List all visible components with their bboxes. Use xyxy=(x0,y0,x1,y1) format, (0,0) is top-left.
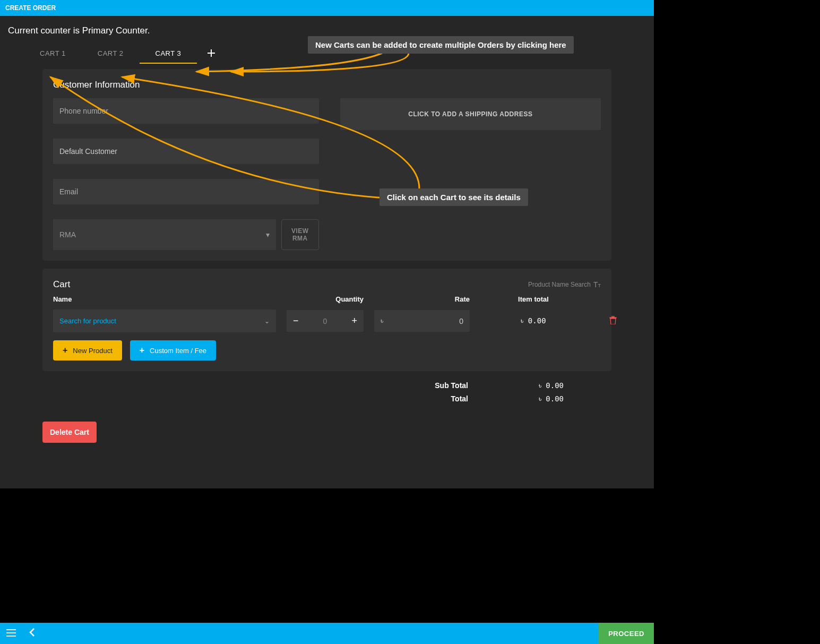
new-product-label: New Product xyxy=(73,347,112,355)
qty-value: 0 xyxy=(323,317,327,325)
email-input[interactable] xyxy=(53,179,319,204)
rate-currency: ৳ xyxy=(381,316,383,325)
subtotal-value: ৳ 0.00 xyxy=(521,381,564,390)
rate-input[interactable]: ৳ 0 xyxy=(374,310,470,332)
total-value: ৳ 0.00 xyxy=(521,394,564,403)
rma-placeholder: RMA xyxy=(59,230,76,239)
col-rate: Rate xyxy=(374,295,470,303)
product-search[interactable]: Search for product ⌄ xyxy=(53,310,276,332)
rma-select[interactable]: RMA ▾ xyxy=(53,219,276,250)
page-title: CREATE ORDER xyxy=(5,4,56,12)
cart-columns: Name Quantity Rate Item total xyxy=(53,295,601,303)
tab-cart-1[interactable]: CART 1 xyxy=(24,44,82,64)
top-bar: CREATE ORDER xyxy=(0,0,654,16)
new-product-button[interactable]: + New Product xyxy=(53,340,122,360)
col-name: Name xyxy=(53,295,276,303)
add-shipping-button[interactable]: CLICK TO ADD A SHIPPING ADDRESS xyxy=(340,98,601,130)
col-total: Item total xyxy=(480,295,586,303)
search-mode-label: Product Name Search xyxy=(528,281,591,288)
totals-section: Sub Total ৳ 0.00 Total ৳ 0.00 xyxy=(42,379,611,406)
item-total: ৳ 0.00 xyxy=(480,316,586,325)
cart-row: Search for product ⌄ − 0 + ৳ 0 ৳ 0.00 xyxy=(53,310,601,332)
customer-name-input[interactable] xyxy=(53,139,319,164)
tab-cart-2[interactable]: CART 2 xyxy=(82,44,140,64)
shipping-label: CLICK TO ADD A SHIPPING ADDRESS xyxy=(408,110,532,118)
plus-icon: + xyxy=(140,346,144,355)
view-rma-button[interactable]: VIEW RMA xyxy=(281,219,319,250)
delete-cart-button[interactable]: Delete Cart xyxy=(42,422,97,443)
delete-row-button[interactable] xyxy=(597,316,629,327)
search-mode-toggle[interactable]: Product Name Search TT xyxy=(528,280,601,289)
rate-value: 0 xyxy=(459,317,463,325)
cart-section-title: Cart xyxy=(53,279,70,290)
qty-plus-button[interactable]: + xyxy=(351,315,357,327)
plus-icon: + xyxy=(63,346,67,355)
trash-icon xyxy=(609,316,617,324)
customer-panel: Customer Information RMA ▾ VIEW RMA CLIC… xyxy=(42,69,611,261)
annotation-add-cart: New Carts can be added to create multipl… xyxy=(308,36,574,54)
text-format-icon: TT xyxy=(593,280,601,289)
total-label: Total xyxy=(451,394,468,403)
custom-item-button[interactable]: + Custom Item / Fee xyxy=(130,340,216,360)
quantity-stepper: − 0 + xyxy=(287,310,364,332)
col-qty: Quantity xyxy=(287,295,364,303)
tab-cart-3[interactable]: CART 3 xyxy=(140,44,197,64)
annotation-click-cart: Click on each Cart to see its details xyxy=(379,188,528,206)
qty-minus-button[interactable]: − xyxy=(293,315,299,327)
plus-icon xyxy=(208,49,215,57)
product-search-placeholder: Search for product xyxy=(59,317,116,325)
main-area: Current counter is Primary Counter. CART… xyxy=(0,16,654,488)
caret-down-icon: ▾ xyxy=(266,230,270,239)
phone-input[interactable] xyxy=(53,98,319,124)
cart-panel: Cart Product Name Search TT Name Quantit… xyxy=(42,269,611,371)
add-cart-button[interactable] xyxy=(197,46,226,62)
customer-section-title: Customer Information xyxy=(53,80,601,90)
custom-item-label: Custom Item / Fee xyxy=(150,347,206,355)
chevron-down-icon: ⌄ xyxy=(264,317,270,325)
subtotal-label: Sub Total xyxy=(435,381,468,390)
